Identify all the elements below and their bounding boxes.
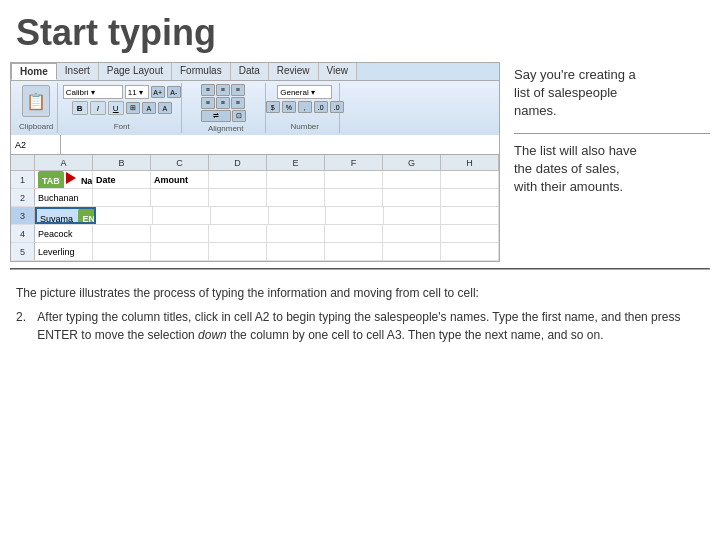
cell-f2[interactable] xyxy=(325,189,383,206)
align-middle-left-icon[interactable]: ≡ xyxy=(201,97,215,109)
cell-c3[interactable] xyxy=(153,207,211,224)
font-top-row: Calibri ▾ 11 ▾ A+ A- xyxy=(63,85,181,99)
step-number: 2. xyxy=(16,308,26,344)
merge-icon[interactable]: ⊡ xyxy=(232,110,246,122)
increase-decimal-icon[interactable]: .0 xyxy=(314,101,328,113)
cell-b1[interactable]: Date xyxy=(93,171,151,188)
cell-f3[interactable] xyxy=(326,207,384,224)
col-headers: A B C D E F G H xyxy=(11,155,499,171)
cell-h3[interactable] xyxy=(441,207,499,224)
align-middle-right-icon[interactable]: ≡ xyxy=(231,97,245,109)
comma-icon[interactable]: , xyxy=(298,101,312,113)
row-num-3: 3 xyxy=(11,207,35,224)
cell-a3-value: Suyama xyxy=(40,214,73,224)
currency-icon[interactable]: $ xyxy=(266,101,280,113)
cell-c2[interactable] xyxy=(151,189,209,206)
alignment-icons: ≡ ≡ ≡ ≡ ≡ ≡ ⇌ ⊡ xyxy=(201,84,251,122)
font-family-dropdown[interactable]: Calibri ▾ xyxy=(63,85,123,99)
tab-view[interactable]: View xyxy=(319,63,358,80)
col-header-b: B xyxy=(93,155,151,170)
cell-d1[interactable] xyxy=(209,171,267,188)
tab-review[interactable]: Review xyxy=(269,63,319,80)
decrease-font-icon[interactable]: A- xyxy=(167,86,181,98)
cell-e2[interactable] xyxy=(267,189,325,206)
cell-c5[interactable] xyxy=(151,243,209,260)
cell-d3[interactable] xyxy=(211,207,269,224)
cell-d4[interactable] xyxy=(209,225,267,242)
callout-say: Say you're creating a list of salespeopl… xyxy=(514,66,710,121)
number-group: General ▾ $ % , .0 .0 Number xyxy=(270,83,340,133)
border-icon[interactable]: ⊞ xyxy=(126,102,140,114)
cell-d2[interactable] xyxy=(209,189,267,206)
tab-formulas[interactable]: Formulas xyxy=(172,63,231,80)
cell-a1[interactable]: TAB Name xyxy=(35,171,93,188)
font-group: Calibri ▾ 11 ▾ A+ A- B I U ⊞ A A Font xyxy=(62,83,182,133)
wrap-text-icon[interactable]: ⇌ xyxy=(201,110,231,122)
cell-f1[interactable] xyxy=(325,171,383,188)
decrease-decimal-icon[interactable]: .0 xyxy=(330,101,344,113)
table-row: 2 Buchanan xyxy=(11,189,499,207)
col-header-area: A B C D E F G H xyxy=(11,155,499,171)
bold-button[interactable]: B xyxy=(72,101,88,115)
tab-home[interactable]: Home xyxy=(11,63,57,80)
col-header-a: A xyxy=(35,155,93,170)
table-row: 4 Peacock xyxy=(11,225,499,243)
underline-button[interactable]: U xyxy=(108,101,124,115)
tab-data[interactable]: Data xyxy=(231,63,269,80)
increase-font-icon[interactable]: A+ xyxy=(151,86,165,98)
tab-insert[interactable]: Insert xyxy=(57,63,99,80)
cell-c4[interactable] xyxy=(151,225,209,242)
align-top-left-icon[interactable]: ≡ xyxy=(201,84,215,96)
italic-button[interactable]: I xyxy=(90,101,106,115)
callout-line3: names. xyxy=(514,103,557,118)
cell-b2[interactable] xyxy=(93,189,151,206)
bottom-section: The picture illustrates the process of t… xyxy=(0,276,720,352)
cell-e4[interactable] xyxy=(267,225,325,242)
font-size-dropdown[interactable]: 11 ▾ xyxy=(125,85,149,99)
paste-button[interactable]: 📋 xyxy=(22,85,50,117)
cell-c1[interactable]: Amount xyxy=(151,171,209,188)
name-box[interactable]: A2 xyxy=(11,135,61,154)
cell-e1[interactable] xyxy=(267,171,325,188)
cell-a3[interactable]: Suyama ENTER xyxy=(35,207,96,224)
align-top-center-icon[interactable]: ≡ xyxy=(216,84,230,96)
clipboard-label: Clipboard xyxy=(19,122,53,131)
cell-e5[interactable] xyxy=(267,243,325,260)
cell-a5[interactable]: Leverling xyxy=(35,243,93,260)
align-top-right-icon[interactable]: ≡ xyxy=(231,84,245,96)
number-top: General ▾ xyxy=(277,85,332,99)
step-text: After typing the column titles, click in… xyxy=(37,308,704,344)
cell-b3[interactable] xyxy=(96,207,154,224)
cell-d5[interactable] xyxy=(209,243,267,260)
cell-g5[interactable] xyxy=(383,243,441,260)
cell-a2[interactable]: Buchanan xyxy=(35,189,93,206)
fill-color-icon[interactable]: A xyxy=(142,102,156,114)
cell-e3[interactable] xyxy=(269,207,327,224)
cell-h1[interactable] xyxy=(441,171,499,188)
col-header-d: D xyxy=(209,155,267,170)
cell-g4[interactable] xyxy=(383,225,441,242)
align-middle-center-icon[interactable]: ≡ xyxy=(216,97,230,109)
row-num-2: 2 xyxy=(11,189,35,206)
cell-b4[interactable] xyxy=(93,225,151,242)
col-header-f: F xyxy=(325,155,383,170)
cell-f5[interactable] xyxy=(325,243,383,260)
cell-g1[interactable] xyxy=(383,171,441,188)
col-header-e: E xyxy=(267,155,325,170)
alignment-group: ≡ ≡ ≡ ≡ ≡ ≡ ⇌ ⊡ Alignment xyxy=(186,83,266,133)
percent-icon[interactable]: % xyxy=(282,101,296,113)
cell-h2[interactable] xyxy=(441,189,499,206)
cell-h4[interactable] xyxy=(441,225,499,242)
row-num-header-spacer xyxy=(11,155,35,170)
cell-g3[interactable] xyxy=(384,207,442,224)
cell-a4[interactable]: Peacock xyxy=(35,225,93,242)
cell-f4[interactable] xyxy=(325,225,383,242)
bottom-intro: The picture illustrates the process of t… xyxy=(16,284,704,302)
number-format-dropdown[interactable]: General ▾ xyxy=(277,85,332,99)
cell-h5[interactable] xyxy=(441,243,499,260)
cell-g2[interactable] xyxy=(383,189,441,206)
cell-b5[interactable] xyxy=(93,243,151,260)
font-color-icon[interactable]: A xyxy=(158,102,172,114)
tab-page-layout[interactable]: Page Layout xyxy=(99,63,172,80)
callout-line6: with their amounts. xyxy=(514,179,623,194)
